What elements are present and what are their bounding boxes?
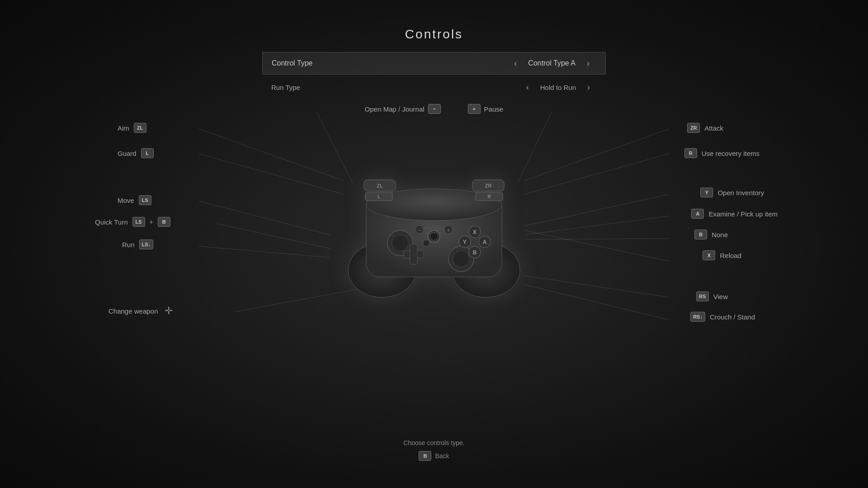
svg-text:A: A [483, 239, 487, 245]
reload-label: Reload [720, 252, 741, 259]
guard-mapping: Guard L [118, 148, 154, 158]
svg-line-6 [524, 154, 669, 194]
svg-text:ZL: ZL [377, 183, 383, 188]
svg-text:+: + [447, 227, 450, 233]
control-type-value: Control Type A [524, 59, 580, 67]
zr-badge: ZR [687, 123, 700, 133]
svg-text:Y: Y [463, 239, 467, 245]
svg-rect-33 [410, 244, 417, 264]
svg-line-9 [524, 239, 669, 239]
l-badge: L [141, 148, 154, 158]
svg-text:SWITCH: SWITCH [425, 231, 443, 235]
plus-icon: + [150, 218, 153, 225]
back-hint: B Back [419, 451, 449, 461]
crouch-label: Crouch / Stand [710, 313, 755, 321]
run-type-label: Run Type [271, 84, 519, 91]
svg-line-0 [199, 129, 344, 181]
none-mapping: B None [694, 230, 728, 239]
quick-turn-label: Quick Turn [95, 218, 128, 226]
svg-text:B: B [473, 249, 477, 256]
b-qt-badge: B [158, 217, 170, 227]
run-type-left-arrow[interactable]: ‹ [519, 83, 536, 92]
view-label: View [713, 293, 728, 300]
none-label: None [712, 231, 728, 239]
control-type-left-arrow[interactable]: ‹ [507, 59, 524, 68]
rs-view-badge: RS [696, 291, 709, 301]
back-button-badge: B [419, 451, 431, 461]
view-mapping: RS View [696, 291, 728, 301]
ls-move-badge: LS [139, 195, 151, 205]
minus-badge: − [428, 104, 441, 114]
svg-text:NINTENDO: NINTENDO [423, 226, 445, 230]
svg-point-48 [423, 240, 429, 246]
page-title: Controls [0, 27, 868, 42]
examine-mapping: A Examine / Pick up item [691, 209, 778, 219]
change-weapon-label: Change weapon [108, 307, 158, 315]
svg-line-12 [524, 285, 669, 320]
reload-mapping: X Reload [703, 250, 741, 260]
svg-text:ZR: ZR [485, 183, 492, 188]
svg-point-29 [392, 235, 408, 251]
ls-qt-badge: LS [132, 217, 145, 227]
open-map-mapping: Open Map / Journal − [365, 104, 441, 114]
svg-line-7 [524, 194, 669, 226]
ls-run-badge: LS↓ [139, 239, 154, 249]
run-mapping: Run LS↓ [122, 239, 153, 249]
recovery-label: Use recovery items [702, 150, 760, 157]
svg-line-3 [217, 224, 330, 249]
quick-turn-mapping: Quick Turn LS + B [95, 217, 170, 227]
svg-point-31 [453, 251, 469, 267]
hint-text: Choose controls type. [0, 439, 868, 446]
x-badge: X [703, 250, 715, 260]
open-map-label: Open Map / Journal [365, 105, 425, 113]
svg-text:−: − [418, 227, 421, 233]
inventory-label: Open Inventory [717, 189, 764, 197]
control-type-label: Control Type [272, 59, 507, 67]
aim-label: Aim [118, 124, 129, 132]
r-badge: R [684, 148, 697, 158]
svg-text:R: R [487, 194, 491, 199]
guard-label: Guard [118, 150, 137, 157]
run-type-row: Run Type ‹ Hold to Run › [262, 78, 606, 96]
attack-mapping: ZR Attack [687, 123, 723, 133]
bottom-bar: Choose controls type. B Back [0, 439, 868, 461]
svg-text:L: L [377, 194, 380, 199]
svg-line-11 [524, 276, 669, 297]
a-badge: A [691, 209, 704, 219]
examine-label: Examine / Pick up item [708, 210, 778, 218]
svg-line-10 [524, 230, 669, 261]
inventory-mapping: Y Open Inventory [700, 188, 764, 197]
recovery-mapping: R Use recovery items [684, 148, 760, 158]
run-label: Run [122, 241, 135, 249]
back-label: Back [435, 452, 449, 460]
controller-image: ZL ZR L R [339, 160, 529, 300]
attack-label: Attack [704, 124, 723, 132]
b-badge: B [694, 230, 707, 239]
change-weapon-mapping: Change weapon ✛ [108, 305, 173, 317]
zl-badge: ZL [134, 123, 146, 133]
run-type-right-arrow[interactable]: › [580, 83, 597, 92]
move-label: Move [118, 197, 134, 204]
move-mapping: Move LS [118, 195, 151, 205]
control-type-row: Control Type ‹ Control Type A › [262, 52, 606, 75]
dpad-badge: ✛ [165, 305, 173, 317]
svg-line-1 [199, 154, 344, 194]
y-badge: Y [700, 188, 713, 197]
svg-text:X: X [473, 229, 476, 235]
svg-line-8 [524, 216, 669, 235]
pause-label: Pause [484, 105, 504, 113]
pause-mapping: + Pause [468, 104, 504, 114]
svg-line-2 [199, 201, 330, 235]
svg-line-4 [199, 246, 330, 258]
svg-line-5 [524, 129, 669, 181]
control-type-right-arrow[interactable]: › [580, 59, 596, 68]
run-type-value: Hold to Run [536, 84, 580, 91]
aim-mapping: Aim ZL [118, 123, 146, 133]
rs-down-badge: RS↓ [690, 312, 705, 322]
plus-badge: + [468, 104, 481, 114]
crouch-mapping: RS↓ Crouch / Stand [690, 312, 755, 322]
